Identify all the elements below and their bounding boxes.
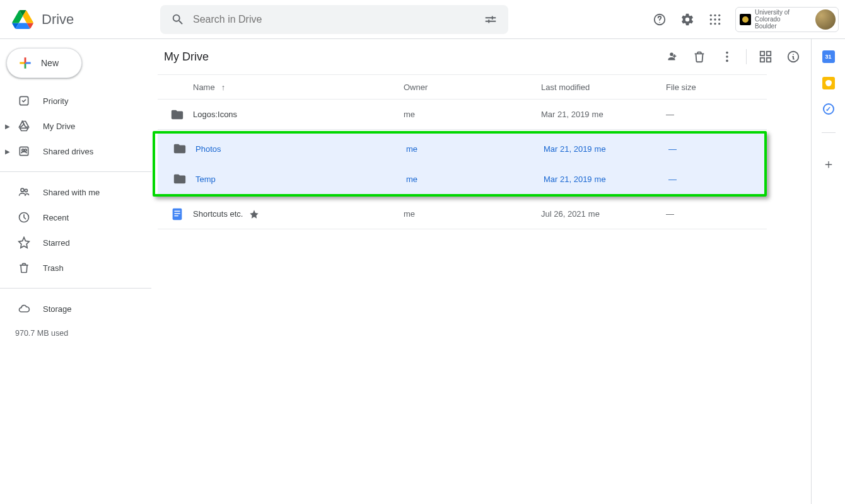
column-modified[interactable]: Last modified xyxy=(541,83,666,92)
sidebar-item-starred[interactable]: Starred xyxy=(0,230,141,255)
search-input[interactable] xyxy=(190,14,478,25)
sidepanel-divider xyxy=(822,132,836,133)
org-logo-icon xyxy=(740,14,751,25)
sidebar-item-label: Starred xyxy=(43,238,70,248)
file-modified: Mar 21, 2019me xyxy=(544,175,668,184)
column-name[interactable]: Name↑ xyxy=(193,83,404,92)
drive-logo-icon xyxy=(10,7,35,32)
column-owner[interactable]: Owner xyxy=(404,83,541,92)
svg-point-15 xyxy=(21,188,24,192)
sidebar-item-shared-with-me[interactable]: Shared with me xyxy=(0,180,141,205)
sidebar-item-priority[interactable]: Priority xyxy=(0,88,141,113)
drive-logo[interactable]: Drive xyxy=(10,7,160,32)
sort-asc-icon[interactable]: ↑ xyxy=(221,83,226,92)
sidebar-item-storage[interactable]: Storage xyxy=(0,296,141,321)
sidebar-item-label: Trash xyxy=(43,263,64,273)
add-apps-button[interactable]: ＋ xyxy=(822,156,835,173)
shared-with-me-icon xyxy=(18,186,30,198)
search-icon[interactable] xyxy=(165,7,190,32)
sidebar-item-trash[interactable]: Trash xyxy=(0,255,141,280)
file-owner: me xyxy=(404,110,541,119)
org-name-label: University of Colorado Boulder xyxy=(755,9,812,30)
folder-icon xyxy=(161,108,193,122)
avatar xyxy=(815,9,836,30)
storage-used-label: 970.7 MB used xyxy=(0,329,151,338)
plus-icon xyxy=(17,55,33,71)
svg-point-2 xyxy=(710,14,712,16)
column-size[interactable]: File size xyxy=(666,83,767,92)
layout-toggle-button[interactable] xyxy=(753,44,778,69)
file-size: — xyxy=(666,110,767,119)
my-drive-icon xyxy=(18,120,30,132)
file-owner: me xyxy=(406,175,544,184)
more-actions-button[interactable] xyxy=(714,44,740,69)
file-modified: Jul 26, 2021me xyxy=(541,209,666,219)
file-size: — xyxy=(668,144,764,154)
account-switcher[interactable]: University of Colorado Boulder xyxy=(735,7,839,32)
sidebar-item-label: Priority xyxy=(43,96,68,106)
search-bar[interactable] xyxy=(160,5,508,34)
calendar-app-icon[interactable] xyxy=(822,50,835,63)
trash-button[interactable] xyxy=(687,44,712,69)
new-button-label: New xyxy=(41,58,59,68)
sidebar-item-label: Shared drives xyxy=(43,147,93,156)
svg-point-20 xyxy=(726,60,728,62)
file-owner: me xyxy=(406,144,544,154)
svg-rect-23 xyxy=(760,58,764,62)
svg-point-3 xyxy=(714,14,716,16)
svg-rect-24 xyxy=(767,58,771,62)
folder-icon xyxy=(164,142,195,156)
svg-rect-21 xyxy=(760,52,764,55)
star-icon xyxy=(249,209,259,219)
table-row[interactable]: Temp me Mar 21, 2019me — xyxy=(158,164,764,194)
file-owner: me xyxy=(404,209,541,219)
file-size: — xyxy=(666,209,767,219)
svg-point-14 xyxy=(25,149,26,151)
file-name: Shortcuts etc. xyxy=(193,209,404,219)
svg-rect-29 xyxy=(174,215,178,215)
support-icon[interactable] xyxy=(647,7,672,32)
file-name: Temp xyxy=(195,175,406,184)
svg-point-10 xyxy=(718,23,720,25)
cloud-icon xyxy=(18,302,30,315)
details-button[interactable] xyxy=(781,44,806,69)
new-button[interactable]: New xyxy=(6,48,82,78)
folder-icon xyxy=(164,172,195,186)
recent-icon xyxy=(18,211,30,224)
table-row[interactable]: Shortcuts etc. me Jul 26, 2021me — xyxy=(158,199,767,229)
sidebar-item-label: Shared with me xyxy=(43,188,100,197)
search-options-icon[interactable] xyxy=(478,7,503,32)
keep-app-icon[interactable] xyxy=(822,77,835,89)
sidebar-item-recent[interactable]: Recent xyxy=(0,205,141,230)
svg-point-4 xyxy=(718,14,720,16)
table-row[interactable]: Logos:Icons me Mar 21, 2019me — xyxy=(158,100,767,130)
svg-rect-26 xyxy=(173,208,182,219)
table-row[interactable]: Photos me Mar 21, 2019me — xyxy=(158,134,764,164)
sidebar-item-shared-drives[interactable]: ▶ Shared drives xyxy=(0,139,141,164)
priority-icon xyxy=(18,94,30,107)
svg-point-6 xyxy=(714,18,716,20)
breadcrumb[interactable]: My Drive xyxy=(163,50,209,64)
chevron-right-icon[interactable]: ▶ xyxy=(5,123,10,130)
share-button[interactable] xyxy=(659,44,684,69)
svg-rect-28 xyxy=(174,213,180,214)
sidebar-item-label: My Drive xyxy=(43,122,75,131)
file-size: — xyxy=(668,175,764,184)
settings-icon[interactable] xyxy=(675,7,700,32)
shared-drives-icon xyxy=(18,145,30,158)
selection-box: Photos me Mar 21, 2019me — Temp me Mar 2… xyxy=(153,131,767,197)
chevron-right-icon[interactable]: ▶ xyxy=(5,148,10,155)
svg-point-13 xyxy=(22,149,24,151)
svg-rect-22 xyxy=(767,52,771,55)
sidebar-item-my-drive[interactable]: ▶ My Drive xyxy=(0,113,141,139)
brand-label: Drive xyxy=(42,11,74,28)
file-name: Photos xyxy=(195,144,406,154)
tasks-app-icon[interactable] xyxy=(823,103,834,115)
svg-rect-27 xyxy=(174,210,180,211)
svg-point-8 xyxy=(710,23,712,25)
toolbar-divider xyxy=(746,49,747,64)
apps-icon[interactable] xyxy=(702,7,728,32)
table-header: Name↑ Owner Last modified File size xyxy=(158,74,767,100)
svg-point-19 xyxy=(726,55,728,58)
doc-icon xyxy=(161,207,193,221)
